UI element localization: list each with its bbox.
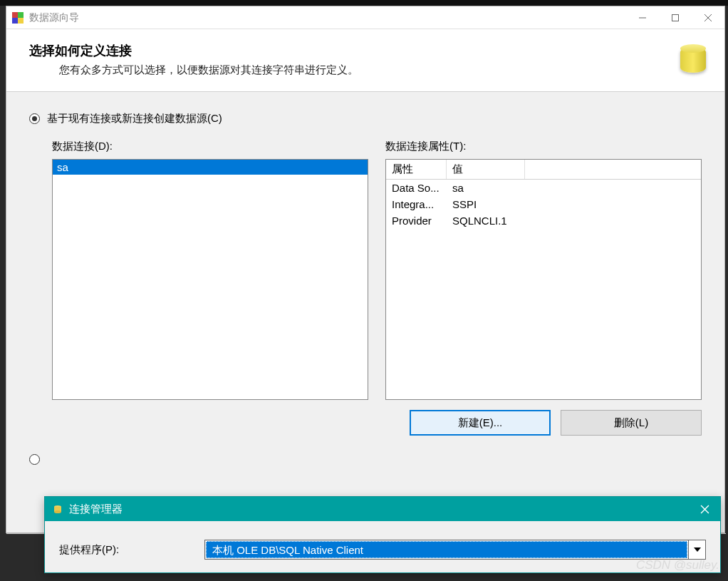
datasource-icon bbox=[676, 43, 710, 77]
prop-val: sa bbox=[447, 180, 701, 196]
wizard-title: 选择如何定义连接 bbox=[29, 42, 676, 59]
combobox-value: 本机 OLE DB\SQL Native Client bbox=[206, 541, 687, 558]
table-row: Data So... sa bbox=[386, 180, 701, 196]
table-row: Integra... SSPI bbox=[386, 196, 701, 212]
prop-attr: Integra... bbox=[386, 196, 447, 212]
taskbar-fragment bbox=[0, 0, 728, 6]
header-attr[interactable]: 属性 bbox=[386, 160, 447, 179]
radio-icon bbox=[29, 454, 40, 465]
app-icon bbox=[12, 12, 24, 24]
radio-create-from-connection[interactable]: 基于现有连接或新连接创建数据源(C) bbox=[29, 112, 702, 125]
svg-point-6 bbox=[54, 510, 61, 513]
grid-header: 属性 值 bbox=[386, 160, 701, 180]
prop-attr: Data So... bbox=[386, 180, 447, 196]
sub-titlebar[interactable]: 连接管理器 bbox=[45, 497, 720, 521]
svg-marker-9 bbox=[694, 547, 701, 552]
connection-icon bbox=[52, 503, 63, 515]
radio-icon bbox=[29, 113, 40, 124]
sub-window-title: 连接管理器 bbox=[69, 503, 689, 516]
wizard-header: 选择如何定义连接 您有众多方式可以选择，以便数据源对其连接字符串进行定义。 bbox=[6, 29, 724, 92]
new-button[interactable]: 新建(E)... bbox=[410, 410, 551, 436]
prop-attr: Provider bbox=[386, 212, 447, 229]
chevron-down-icon[interactable] bbox=[688, 540, 705, 559]
list-item[interactable]: sa bbox=[53, 160, 368, 175]
prop-val: SQLNCLI.1 bbox=[447, 212, 701, 229]
window-title: 数据源向导 bbox=[29, 11, 626, 24]
table-row: Provider SQLNCLI.1 bbox=[386, 212, 701, 229]
radio-secondary[interactable] bbox=[29, 454, 702, 465]
minimize-button[interactable] bbox=[626, 7, 659, 29]
maximize-button[interactable] bbox=[659, 7, 692, 29]
prop-val: SSPI bbox=[447, 196, 701, 212]
header-val[interactable]: 值 bbox=[447, 160, 525, 179]
wizard-window: 数据源向导 选择如何定义连接 您有众多方式可以选择，以便数据源对其连接字符串进行… bbox=[6, 6, 725, 533]
window-controls bbox=[626, 7, 724, 29]
properties-label: 数据连接属性(T): bbox=[385, 140, 702, 153]
svg-rect-1 bbox=[672, 14, 679, 21]
delete-button[interactable]: 删除(L) bbox=[561, 410, 702, 436]
radio-label: 基于现有连接或新连接创建数据源(C) bbox=[47, 112, 222, 125]
connection-manager-window: 连接管理器 提供程序(P): 本机 OLE DB\SQL Native Clie… bbox=[44, 496, 721, 573]
header-spacer bbox=[525, 160, 701, 179]
connections-label: 数据连接(D): bbox=[52, 140, 368, 153]
wizard-subtitle: 您有众多方式可以选择，以便数据源对其连接字符串进行定义。 bbox=[29, 63, 676, 77]
close-button[interactable] bbox=[692, 7, 724, 29]
provider-combobox[interactable]: 本机 OLE DB\SQL Native Client bbox=[204, 540, 706, 560]
titlebar[interactable]: 数据源向导 bbox=[6, 6, 724, 29]
connections-listbox[interactable]: sa bbox=[52, 159, 368, 400]
wizard-body: 基于现有连接或新连接创建数据源(C) 数据连接(D): sa 数据连接属性(T)… bbox=[6, 92, 724, 479]
provider-label: 提供程序(P): bbox=[59, 543, 187, 557]
sub-body: 提供程序(P): 本机 OLE DB\SQL Native Client bbox=[45, 521, 720, 572]
sub-close-button[interactable] bbox=[689, 497, 720, 521]
properties-grid[interactable]: 属性 值 Data So... sa Integra... SSPI Provi… bbox=[385, 159, 702, 400]
